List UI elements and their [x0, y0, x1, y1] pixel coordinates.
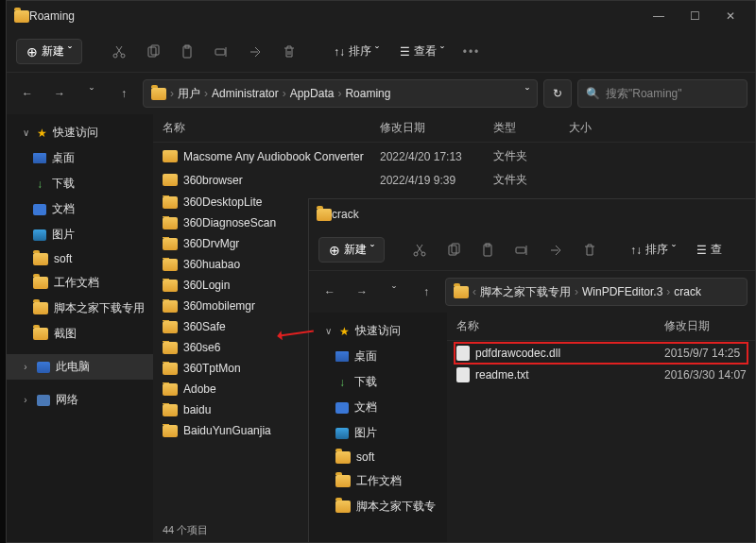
folder-icon: [33, 302, 48, 314]
delete-button[interactable]: [275, 38, 303, 66]
folder-icon: [33, 328, 48, 340]
sort-icon: ↑↓: [630, 244, 642, 257]
sidebar-item[interactable]: ↓下载: [7, 171, 153, 196]
breadcrumb-item[interactable]: 脚本之家下载专用: [480, 284, 571, 300]
file-name: baidu: [183, 403, 211, 416]
sidebar-item[interactable]: soft: [309, 446, 447, 468]
sidebar-item[interactable]: 文档: [7, 196, 153, 222]
titlebar[interactable]: Roaming — ☐ ✕: [7, 1, 755, 31]
svg-point-8: [421, 252, 425, 256]
sidebar-item[interactable]: 工作文档: [309, 468, 447, 494]
maximize-button[interactable]: ☐: [678, 3, 712, 29]
rename-button[interactable]: [207, 38, 235, 66]
sidebar-item[interactable]: 桌面: [309, 344, 447, 369]
expander-icon[interactable]: ›: [20, 362, 31, 372]
picture-icon: [335, 428, 349, 439]
view-dropdown[interactable]: ☰ 查: [689, 238, 730, 262]
breadcrumb-item[interactable]: WinPDFEditor.3: [582, 285, 662, 298]
sidebar-quick-access[interactable]: ∨ ★ 快速访问: [7, 120, 153, 145]
col-size[interactable]: 大小: [569, 120, 626, 136]
file-pane: 名称 修改日期 pdfdrawcodec.dll 2015/9/7 14:25 …: [447, 313, 755, 542]
sort-dropdown[interactable]: ↑↓ 排序 ˇ: [326, 40, 387, 63]
minimize-button[interactable]: —: [642, 3, 676, 29]
forward-button[interactable]: →: [349, 279, 375, 305]
breadcrumb-item[interactable]: crack: [674, 285, 701, 298]
copy-button[interactable]: [139, 38, 167, 66]
copy-button[interactable]: [439, 236, 468, 264]
table-row[interactable]: 360browser 2022/4/19 9:39 文件夹: [161, 168, 747, 192]
share-button[interactable]: [541, 236, 570, 264]
sidebar-item[interactable]: 图片: [309, 420, 447, 446]
picture-icon: [33, 229, 46, 241]
sidebar-network[interactable]: › 网络: [7, 387, 153, 413]
chevron-down-icon[interactable]: ˇ: [525, 87, 529, 100]
col-date[interactable]: 修改日期: [664, 318, 755, 334]
expander-icon[interactable]: ∨: [20, 127, 31, 138]
chevron-down-icon[interactable]: ˇ: [78, 80, 105, 107]
breadcrumb-item[interactable]: Administrator: [212, 87, 279, 100]
breadcrumb[interactable]: › 用户 › Administrator › AppData › Roaming…: [143, 79, 538, 108]
breadcrumb-item[interactable]: AppData: [290, 87, 335, 100]
sidebar-item[interactable]: 文档: [309, 395, 447, 420]
cut-button[interactable]: [405, 236, 434, 264]
folder-icon: [163, 217, 178, 229]
sidebar-item[interactable]: ↓下载: [309, 369, 447, 395]
table-row[interactable]: Macsome Any Audiobook Converter 2022/4/2…: [161, 144, 747, 168]
paste-button[interactable]: [173, 38, 201, 66]
sort-icon: ↑↓: [334, 45, 345, 59]
cut-button[interactable]: [105, 38, 133, 66]
folder-icon: [163, 196, 178, 209]
more-button[interactable]: •••: [457, 38, 486, 66]
col-name[interactable]: 名称: [163, 120, 380, 136]
sidebar-item[interactable]: 工作文档: [7, 270, 153, 296]
forward-button[interactable]: →: [46, 80, 73, 107]
rename-button[interactable]: [507, 236, 536, 264]
col-type[interactable]: 类型: [493, 120, 569, 136]
up-button[interactable]: ↑: [413, 279, 439, 305]
close-button[interactable]: ✕: [713, 3, 747, 29]
folder-icon: [335, 451, 351, 464]
folder-icon: [163, 363, 178, 375]
file-name: BaiduYunGuanjia: [183, 424, 271, 437]
expander-icon[interactable]: ›: [20, 395, 31, 405]
up-button[interactable]: ↑: [111, 80, 137, 107]
folder-icon: [33, 253, 48, 265]
delete-button[interactable]: [576, 236, 604, 264]
sidebar-this-pc[interactable]: › 此电脑: [7, 354, 153, 380]
sidebar-item[interactable]: 脚本之家下载专: [309, 494, 447, 519]
table-row[interactable]: pdfdrawcodec.dll 2015/9/7 14:25: [455, 343, 747, 364]
share-button[interactable]: [241, 38, 269, 66]
file-type: 文件夹: [493, 148, 569, 164]
folder-icon: [163, 300, 178, 313]
breadcrumb-item[interactable]: Roaming: [345, 87, 390, 100]
download-icon: ↓: [33, 178, 46, 190]
sidebar-item[interactable]: 截图: [7, 321, 153, 347]
sidebar-item[interactable]: 脚本之家下载专用: [7, 296, 153, 321]
search-input[interactable]: 🔍 搜索"Roaming": [577, 79, 747, 108]
sidebar-quick-access[interactable]: ∨ ★ 快速访问: [309, 318, 447, 344]
back-button[interactable]: ←: [14, 80, 41, 107]
view-dropdown[interactable]: ☰ 查看 ˇ: [392, 40, 452, 63]
new-button[interactable]: ⊕ 新建 ˇ: [318, 237, 385, 263]
col-date[interactable]: 修改日期: [380, 120, 493, 136]
column-headers: 名称 修改日期 类型 大小: [153, 114, 755, 143]
svg-point-7: [414, 252, 418, 256]
table-row[interactable]: readme.txt 2016/3/30 14:07: [455, 364, 747, 386]
sidebar-item[interactable]: 图片: [7, 222, 153, 247]
paste-button[interactable]: [473, 236, 502, 264]
sidebar-item-label: soft: [356, 450, 374, 464]
sidebar-item[interactable]: soft: [7, 247, 153, 270]
back-button[interactable]: ←: [317, 279, 343, 305]
titlebar[interactable]: crack: [309, 199, 755, 229]
breadcrumb-item[interactable]: 用户: [178, 86, 200, 102]
col-name[interactable]: 名称: [456, 318, 664, 334]
svg-rect-6: [215, 49, 225, 55]
sort-dropdown[interactable]: ↑↓ 排序 ˇ: [623, 238, 683, 262]
breadcrumb[interactable]: ‹ 脚本之家下载专用 › WinPDFEditor.3 › crack: [445, 278, 747, 306]
expander-icon[interactable]: ∨: [322, 326, 334, 336]
sidebar-item[interactable]: 桌面: [7, 145, 153, 171]
chevron-down-icon[interactable]: ˇ: [381, 279, 407, 305]
file-name: 360browser: [183, 174, 243, 187]
new-button[interactable]: ⊕ 新建 ˇ: [16, 39, 82, 64]
refresh-button[interactable]: ↻: [543, 79, 572, 108]
